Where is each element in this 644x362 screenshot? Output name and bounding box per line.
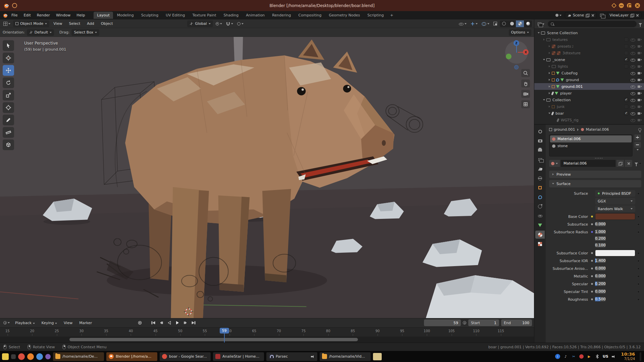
properties-tab-world[interactable]: [535, 174, 545, 182]
disclosure-triangle-icon[interactable]: [547, 63, 551, 70]
pin-icon[interactable]: [638, 128, 641, 131]
outliner-row-collection[interactable]: Collection: [534, 97, 644, 103]
surface-shader-button[interactable]: Principled BSDF: [595, 190, 635, 197]
music-tray-icon[interactable]: ♪: [563, 354, 568, 359]
outliner-row-scene-collection[interactable]: Scene Collection: [534, 29, 644, 36]
exclude-checkbox[interactable]: [624, 51, 628, 55]
axis-negative-z-ball[interactable]: [514, 65, 519, 69]
properties-tab-tool[interactable]: [535, 127, 545, 135]
workspace-tab-animation[interactable]: Animation: [243, 12, 268, 19]
workspace-tab-modeling[interactable]: Modeling: [114, 12, 137, 19]
maximize-button[interactable]: [627, 3, 632, 8]
taskbar-window-blender[interactable]: Blender [/home/a...: [106, 352, 157, 361]
orthographic-toggle-button[interactable]: [521, 100, 530, 108]
breadcrumb-object[interactable]: ground.001: [554, 127, 575, 132]
disable-render-toggle[interactable]: [637, 71, 642, 75]
menu-timeline-view[interactable]: View: [61, 320, 75, 326]
keyboard-layout-indicator[interactable]: US: [603, 354, 608, 359]
outliner-editor-type-button[interactable]: [536, 22, 546, 25]
remove-slot-button[interactable]: [634, 142, 641, 148]
taskbar-clock[interactable]: 10:36 7/1/24: [620, 352, 637, 361]
blender-menu-icon[interactable]: [3, 13, 8, 18]
3d-viewport[interactable]: User Perspective (59) boar | ground.001 …: [0, 37, 534, 318]
roughness-slider[interactable]: 0.500: [595, 297, 606, 301]
decorator-dot-icon[interactable]: [637, 252, 640, 254]
files-thumbnail-icon[interactable]: [373, 353, 382, 360]
jump-to-end-button[interactable]: [190, 319, 197, 326]
pan-button[interactable]: [521, 79, 530, 87]
menu-object[interactable]: Object: [98, 20, 116, 27]
decorator-dot-icon[interactable]: [637, 275, 640, 278]
properties-tab-object-data[interactable]: [535, 221, 545, 229]
info-tray-icon[interactable]: i: [555, 354, 560, 359]
menu-render[interactable]: Render: [34, 12, 53, 18]
hide-eye-toggle[interactable]: [630, 105, 635, 109]
exclude-checkbox[interactable]: [624, 38, 628, 42]
tool-measure[interactable]: [3, 127, 14, 138]
workspace-tab-sculpting[interactable]: Sculpting: [138, 12, 162, 19]
properties-tab-render[interactable]: [535, 137, 545, 145]
workspace-tab-geometry-nodes[interactable]: Geometry Nodes: [325, 12, 363, 19]
decorator-dot-icon[interactable]: [637, 223, 640, 226]
workspace-tab-layout[interactable]: Layout: [94, 12, 113, 19]
subsurface-color-swatch[interactable]: [595, 250, 635, 256]
axis-z-ball[interactable]: Z: [514, 40, 519, 46]
workspace-tab-shading[interactable]: Shading: [220, 12, 242, 19]
subsurface-anisotropy-slider[interactable]: 0.000: [595, 266, 606, 270]
properties-tab-output[interactable]: [535, 146, 545, 154]
hide-eye-toggle[interactable]: [630, 78, 635, 82]
exclude-checkbox[interactable]: [624, 58, 628, 62]
slot-specials-icon[interactable]: [637, 149, 639, 150]
minimize-button[interactable]: [619, 3, 624, 8]
panel-hide-handle[interactable]: [640, 352, 641, 361]
titlebar[interactable]: Blender [/home/amalie/Desktop/blender/bo…: [0, 0, 644, 11]
remove-viewlayer-icon[interactable]: [636, 14, 639, 17]
tool-transform[interactable]: [3, 102, 14, 113]
object-visibility-dropdown[interactable]: [457, 20, 468, 27]
unlink-scene-icon[interactable]: [591, 14, 594, 17]
launcher-blue-app-icon[interactable]: [36, 353, 43, 360]
use-preview-range-icon[interactable]: [463, 321, 466, 324]
disclosure-triangle-icon[interactable]: [547, 110, 551, 117]
list-resize-grip[interactable]: [548, 157, 643, 160]
auto-keyframe-button[interactable]: [136, 319, 144, 326]
hide-eye-toggle[interactable]: [630, 64, 635, 69]
menu-edit[interactable]: Edit: [21, 12, 33, 18]
hide-eye-toggle[interactable]: [630, 111, 635, 116]
disclosure-triangle-icon[interactable]: [547, 70, 551, 76]
menu-select[interactable]: Select: [66, 20, 83, 27]
launcher-red-app-icon[interactable]: [18, 353, 25, 360]
timeline-lane[interactable]: [0, 337, 534, 343]
launcher-purple-app-icon[interactable]: [45, 354, 51, 359]
hide-eye-toggle[interactable]: [630, 51, 635, 55]
play-reverse-button[interactable]: [166, 319, 173, 326]
tool-move[interactable]: [3, 65, 14, 76]
exclude-checkbox[interactable]: [624, 98, 628, 102]
exclude-checkbox[interactable]: [624, 64, 628, 68]
previous-keyframe-button[interactable]: [158, 319, 165, 326]
unlink-material-button[interactable]: [625, 160, 632, 167]
decorator-dot-icon[interactable]: [637, 192, 640, 195]
disable-render-toggle[interactable]: [637, 44, 642, 48]
taskbar-window-browser[interactable]: boar - Google Sear...: [160, 352, 211, 361]
clipboard-scissors-icon[interactable]: ✂: [571, 354, 576, 359]
menu-keying[interactable]: Keying: [39, 320, 60, 326]
launcher-star-icon[interactable]: [2, 353, 9, 360]
timeline-horizontal-scrollbar[interactable]: [69, 338, 358, 341]
disclosure-triangle-icon[interactable]: [547, 43, 551, 50]
hide-eye-toggle[interactable]: [630, 58, 635, 62]
specular-slider[interactable]: 0.200: [595, 282, 606, 286]
properties-tab-material[interactable]: [535, 231, 545, 239]
exclude-checkbox[interactable]: [624, 111, 628, 115]
viewlayer-selector[interactable]: ViewLayer: [607, 12, 641, 18]
decorator-dot-icon[interactable]: [637, 231, 640, 233]
properties-tab-physics[interactable]: [535, 202, 545, 210]
timeline-body[interactable]: 15 20 25 30 35 40 45 50 55 60 65 70 75 8…: [0, 327, 534, 343]
subsurface-method-dropdown[interactable]: Random Walk: [595, 205, 635, 212]
viewport-3d-scene[interactable]: [0, 37, 534, 318]
xray-toggle[interactable]: [492, 20, 498, 27]
filter-funnel-icon[interactable]: [639, 23, 642, 25]
disable-render-toggle[interactable]: [637, 84, 642, 88]
taskbar-window-videos[interactable]: /home/amalie/Vid...: [320, 352, 371, 361]
tool-cursor[interactable]: [3, 53, 14, 63]
